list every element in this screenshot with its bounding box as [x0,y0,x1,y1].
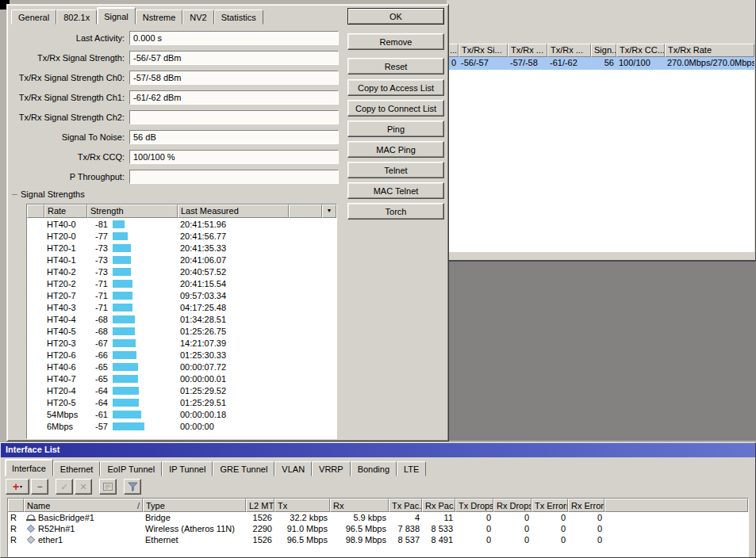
strength-cell: -73 [87,243,178,253]
interface-tab[interactable]: GRE Tunnel [213,461,274,476]
column-header-last-measured[interactable]: Last Measured [178,204,289,218]
interface-tab[interactable]: Ethernet [53,461,101,476]
comment-button[interactable] [99,479,117,495]
interface-tab[interactable]: VLAN [274,461,312,476]
last-measured-cell: 20:41:51.96 [178,220,289,229]
dialog-tab[interactable]: Signal [97,7,136,25]
reg-column-header[interactable]: Tx/Rx CC... [616,44,665,57]
interface-tab[interactable]: Interface [5,459,53,476]
signal-row[interactable]: 54Mbps -61 00:00:00.18 [27,408,336,420]
strength-cell: -77 [87,231,178,241]
interface-tab[interactable]: IP Tunnel [162,461,213,476]
strength-bar [113,327,135,335]
dialog-button[interactable]: OK [347,8,444,25]
registration-selected-row[interactable]: 0 -56/-57 -57/-58 -61/-62 56 100/100 270… [447,57,754,70]
signal-row[interactable]: HT20-0 -77 20:41:56.77 [27,230,336,242]
rx-drops-cell: 0 [493,535,532,545]
dialog-button[interactable]: Ping [347,120,444,137]
interface-toolbar: + ▾ − ✓ ✕ [6,479,750,495]
strength-cell: -73 [87,255,178,265]
dialog-tab[interactable]: Statistics [214,10,263,25]
column-header-rate[interactable]: Rate [44,204,87,218]
interface-list-titlebar[interactable]: Interface List [1,443,755,457]
interface-tab[interactable]: VRRP [312,461,351,476]
dialog-tab[interactable]: Nstreme [136,10,183,25]
interface-tab[interactable]: Bonding [351,461,397,476]
column-header-tx-packets[interactable]: Tx Pac... [389,499,422,512]
column-header-strength[interactable]: Strength [87,204,178,218]
signal-row[interactable]: HT20-2 -71 20:41:15.54 [27,277,336,289]
signal-row[interactable]: HT40-3 -71 04:17:25.48 [27,301,336,313]
signal-row[interactable]: HT20-7 -71 09:57:03.34 [27,289,336,301]
signal-row[interactable]: HT40-4 -68 01:34:28.51 [27,313,336,325]
column-header-name[interactable]: Name / [24,499,143,512]
strength-bar [113,399,139,407]
desktop: ... Tx/Rx Si... Tx/Rx ... Tx/Rx ... Sign… [0,0,756,558]
column-header-l2mtu[interactable]: L2 MTU [246,499,274,512]
interface-row[interactable]: R BasicBridge#1 Bridge 1526 32.2 kbps 5.… [8,512,748,523]
signal-row[interactable]: HT20-6 -66 01:25:30.33 [27,349,336,361]
strength-cell: -81 [87,220,178,229]
dialog-tab[interactable]: 802.1x [56,10,97,25]
dialog-tab[interactable]: NV2 [182,10,213,25]
rx-packets-cell: 8 491 [422,535,455,545]
reg-column-header[interactable]: Tx/Rx Si... [459,44,508,57]
strength-cell: -71 [87,291,178,300]
enable-button[interactable]: ✓ [56,479,73,495]
column-header-type[interactable]: Type [143,499,246,512]
dialog-button[interactable]: Torch [347,203,444,220]
signal-row[interactable]: HT40-2 -73 20:40:57.52 [27,266,336,277]
signal-row[interactable]: HT40-7 -65 00:00:00.01 [27,373,336,384]
dialog-button[interactable]: Remove [347,33,444,50]
signal-row[interactable]: HT40-1 -73 20:41:06.07 [27,254,336,266]
dialog-button[interactable]: MAC Ping [347,141,444,158]
signal-row[interactable]: 6Mbps -57 00:00:00 [27,420,336,432]
tx-drops-cell: 0 [455,535,493,545]
signal-row[interactable]: HT20-4 -64 01:25:29.52 [27,384,336,396]
column-header-tx-drops[interactable]: Tx Drops [455,499,493,512]
signal-row[interactable]: HT40-6 -65 00:00:07.72 [27,361,336,373]
remove-button[interactable]: − [31,479,48,495]
column-header-rx[interactable]: Rx [330,499,389,512]
column-header-rx-errors[interactable]: Rx Errors [568,499,604,512]
dialog-button[interactable]: Copy to Access List [347,79,444,96]
dialog-button[interactable]: Telnet [347,162,444,178]
rate-cell: HT20-2 [44,279,87,289]
interface-tab[interactable]: LTE [397,461,426,476]
comment-icon [103,483,113,491]
column-header-rx-packets[interactable]: Rx Pac... [422,499,455,512]
column-header-tx-errors[interactable]: Tx Errors [532,499,568,512]
column-header-flag[interactable] [8,499,24,512]
interface-row[interactable]: R ether1 Ethernet 1526 96.5 Mbps 98.9 Mb… [8,534,748,545]
reg-column-header[interactable]: Tx/Rx ... [508,44,547,57]
reg-column-header[interactable]: Tx/Rx ... [547,44,591,57]
strength-bar [113,363,138,371]
dialog-tab[interactable]: General [11,10,56,25]
dialog-button[interactable]: Reset [347,58,444,75]
rate-cell: HT40-5 [44,327,87,336]
filter-button[interactable] [124,479,141,495]
disable-button[interactable]: ✕ [75,479,92,495]
add-button[interactable]: + ▾ [6,479,29,495]
interface-tab[interactable]: EoIP Tunnel [100,461,162,476]
strength-value: -73 [87,255,108,265]
column-header-rx-drops[interactable]: Rx Drops [493,499,532,512]
dialog-button[interactable]: Copy to Connect List [347,100,444,117]
interface-row[interactable]: R R52Hn#1 Wireless (Atheros 11N) 2290 91… [8,523,748,534]
dialog-button[interactable]: MAC Telnet [347,182,444,199]
signal-row[interactable]: HT40-5 -68 01:25:26.75 [27,325,336,337]
reg-column-header[interactable]: Tx/Rx Rate [665,44,754,57]
strength-value: -61 [87,410,108,419]
reg-column-header[interactable]: Sign... [591,44,616,57]
signal-row[interactable]: HT20-3 -67 14:21:07.39 [27,337,336,349]
type-cell: Wireless (Atheros 11N) [143,524,246,533]
strength-bar [113,244,131,252]
tx-drops-cell: 0 [455,513,493,522]
signal-row[interactable]: HT20-1 -73 20:41:35.33 [27,242,336,254]
signal-row[interactable]: HT40-0 -81 20:41:51.96 [27,218,336,230]
signal-row[interactable]: HT20-5 -64 01:25:29.51 [27,396,336,408]
column-header-tx[interactable]: Tx [274,499,330,512]
column-header-flag[interactable] [27,204,44,218]
column-dropdown-icon[interactable]: ▼ [322,204,336,218]
name-cell: ether1 [24,535,143,545]
